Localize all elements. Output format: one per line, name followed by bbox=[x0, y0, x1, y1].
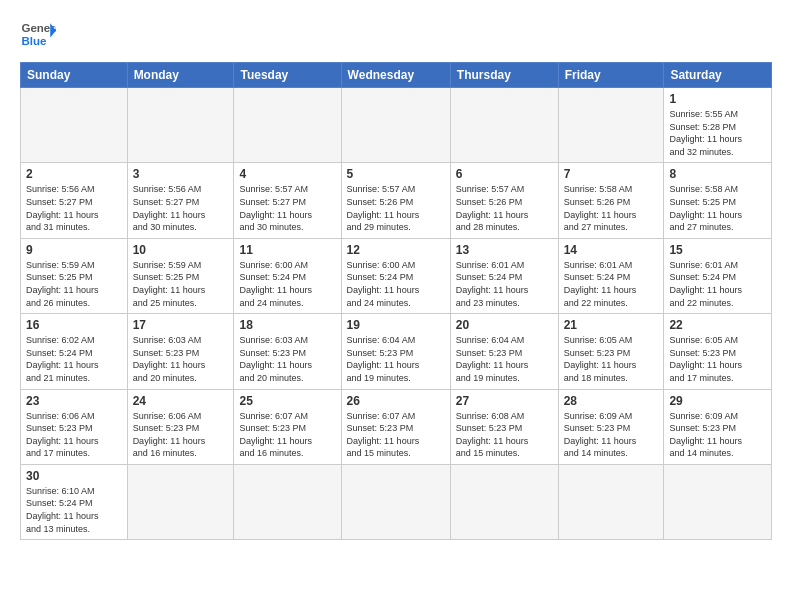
calendar-cell: 2Sunrise: 5:56 AM Sunset: 5:27 PM Daylig… bbox=[21, 163, 128, 238]
day-info: Sunrise: 6:05 AM Sunset: 5:23 PM Dayligh… bbox=[669, 334, 766, 384]
day-number: 6 bbox=[456, 167, 553, 181]
calendar-cell bbox=[558, 88, 664, 163]
calendar-cell: 8Sunrise: 5:58 AM Sunset: 5:25 PM Daylig… bbox=[664, 163, 772, 238]
calendar-cell: 14Sunrise: 6:01 AM Sunset: 5:24 PM Dayli… bbox=[558, 238, 664, 313]
calendar-cell: 17Sunrise: 6:03 AM Sunset: 5:23 PM Dayli… bbox=[127, 314, 234, 389]
day-info: Sunrise: 6:08 AM Sunset: 5:23 PM Dayligh… bbox=[456, 410, 553, 460]
calendar-cell: 16Sunrise: 6:02 AM Sunset: 5:24 PM Dayli… bbox=[21, 314, 128, 389]
calendar-cell: 4Sunrise: 5:57 AM Sunset: 5:27 PM Daylig… bbox=[234, 163, 341, 238]
weekday-header-monday: Monday bbox=[127, 63, 234, 88]
day-number: 10 bbox=[133, 243, 229, 257]
calendar-cell bbox=[341, 88, 450, 163]
calendar-cell: 21Sunrise: 6:05 AM Sunset: 5:23 PM Dayli… bbox=[558, 314, 664, 389]
day-info: Sunrise: 5:56 AM Sunset: 5:27 PM Dayligh… bbox=[133, 183, 229, 233]
calendar-cell: 3Sunrise: 5:56 AM Sunset: 5:27 PM Daylig… bbox=[127, 163, 234, 238]
calendar-cell bbox=[127, 88, 234, 163]
day-info: Sunrise: 6:04 AM Sunset: 5:23 PM Dayligh… bbox=[347, 334, 445, 384]
day-info: Sunrise: 6:06 AM Sunset: 5:23 PM Dayligh… bbox=[26, 410, 122, 460]
calendar-cell bbox=[664, 464, 772, 539]
calendar-cell bbox=[234, 88, 341, 163]
weekday-header-friday: Friday bbox=[558, 63, 664, 88]
calendar-cell bbox=[450, 464, 558, 539]
day-number: 16 bbox=[26, 318, 122, 332]
day-number: 2 bbox=[26, 167, 122, 181]
calendar-cell: 19Sunrise: 6:04 AM Sunset: 5:23 PM Dayli… bbox=[341, 314, 450, 389]
calendar-cell: 23Sunrise: 6:06 AM Sunset: 5:23 PM Dayli… bbox=[21, 389, 128, 464]
calendar-cell: 9Sunrise: 5:59 AM Sunset: 5:25 PM Daylig… bbox=[21, 238, 128, 313]
day-number: 8 bbox=[669, 167, 766, 181]
calendar-cell bbox=[127, 464, 234, 539]
calendar-cell bbox=[450, 88, 558, 163]
day-number: 17 bbox=[133, 318, 229, 332]
day-number: 11 bbox=[239, 243, 335, 257]
calendar-cell: 27Sunrise: 6:08 AM Sunset: 5:23 PM Dayli… bbox=[450, 389, 558, 464]
day-info: Sunrise: 6:01 AM Sunset: 5:24 PM Dayligh… bbox=[564, 259, 659, 309]
day-info: Sunrise: 6:06 AM Sunset: 5:23 PM Dayligh… bbox=[133, 410, 229, 460]
day-number: 26 bbox=[347, 394, 445, 408]
day-number: 7 bbox=[564, 167, 659, 181]
calendar-cell bbox=[558, 464, 664, 539]
logo-icon: General Blue bbox=[20, 16, 56, 52]
day-info: Sunrise: 6:07 AM Sunset: 5:23 PM Dayligh… bbox=[347, 410, 445, 460]
calendar-cell: 5Sunrise: 5:57 AM Sunset: 5:26 PM Daylig… bbox=[341, 163, 450, 238]
day-number: 15 bbox=[669, 243, 766, 257]
calendar-cell: 18Sunrise: 6:03 AM Sunset: 5:23 PM Dayli… bbox=[234, 314, 341, 389]
calendar-cell: 24Sunrise: 6:06 AM Sunset: 5:23 PM Dayli… bbox=[127, 389, 234, 464]
day-info: Sunrise: 6:01 AM Sunset: 5:24 PM Dayligh… bbox=[669, 259, 766, 309]
weekday-header-thursday: Thursday bbox=[450, 63, 558, 88]
day-info: Sunrise: 6:10 AM Sunset: 5:24 PM Dayligh… bbox=[26, 485, 122, 535]
header: General Blue bbox=[20, 16, 772, 52]
day-info: Sunrise: 5:59 AM Sunset: 5:25 PM Dayligh… bbox=[133, 259, 229, 309]
day-number: 18 bbox=[239, 318, 335, 332]
calendar-cell: 12Sunrise: 6:00 AM Sunset: 5:24 PM Dayli… bbox=[341, 238, 450, 313]
calendar-cell: 15Sunrise: 6:01 AM Sunset: 5:24 PM Dayli… bbox=[664, 238, 772, 313]
day-info: Sunrise: 6:09 AM Sunset: 5:23 PM Dayligh… bbox=[564, 410, 659, 460]
calendar-cell: 13Sunrise: 6:01 AM Sunset: 5:24 PM Dayli… bbox=[450, 238, 558, 313]
calendar-cell: 6Sunrise: 5:57 AM Sunset: 5:26 PM Daylig… bbox=[450, 163, 558, 238]
day-number: 1 bbox=[669, 92, 766, 106]
calendar-cell: 1Sunrise: 5:55 AM Sunset: 5:28 PM Daylig… bbox=[664, 88, 772, 163]
weekday-header-wednesday: Wednesday bbox=[341, 63, 450, 88]
day-info: Sunrise: 5:58 AM Sunset: 5:25 PM Dayligh… bbox=[669, 183, 766, 233]
day-info: Sunrise: 5:57 AM Sunset: 5:26 PM Dayligh… bbox=[347, 183, 445, 233]
day-number: 27 bbox=[456, 394, 553, 408]
day-info: Sunrise: 6:02 AM Sunset: 5:24 PM Dayligh… bbox=[26, 334, 122, 384]
day-number: 9 bbox=[26, 243, 122, 257]
weekday-header-saturday: Saturday bbox=[664, 63, 772, 88]
calendar-cell bbox=[21, 88, 128, 163]
day-info: Sunrise: 6:01 AM Sunset: 5:24 PM Dayligh… bbox=[456, 259, 553, 309]
weekday-header-sunday: Sunday bbox=[21, 63, 128, 88]
calendar-cell: 28Sunrise: 6:09 AM Sunset: 5:23 PM Dayli… bbox=[558, 389, 664, 464]
day-number: 21 bbox=[564, 318, 659, 332]
day-number: 22 bbox=[669, 318, 766, 332]
calendar-cell bbox=[341, 464, 450, 539]
calendar-cell: 25Sunrise: 6:07 AM Sunset: 5:23 PM Dayli… bbox=[234, 389, 341, 464]
page: General Blue SundayMondayTuesdayWednesda… bbox=[0, 0, 792, 550]
day-info: Sunrise: 6:09 AM Sunset: 5:23 PM Dayligh… bbox=[669, 410, 766, 460]
weekday-header-tuesday: Tuesday bbox=[234, 63, 341, 88]
day-number: 12 bbox=[347, 243, 445, 257]
day-info: Sunrise: 6:05 AM Sunset: 5:23 PM Dayligh… bbox=[564, 334, 659, 384]
day-number: 4 bbox=[239, 167, 335, 181]
day-number: 5 bbox=[347, 167, 445, 181]
day-number: 19 bbox=[347, 318, 445, 332]
day-info: Sunrise: 6:00 AM Sunset: 5:24 PM Dayligh… bbox=[347, 259, 445, 309]
calendar-cell: 26Sunrise: 6:07 AM Sunset: 5:23 PM Dayli… bbox=[341, 389, 450, 464]
svg-text:Blue: Blue bbox=[21, 35, 47, 47]
day-info: Sunrise: 6:03 AM Sunset: 5:23 PM Dayligh… bbox=[133, 334, 229, 384]
day-number: 25 bbox=[239, 394, 335, 408]
day-number: 3 bbox=[133, 167, 229, 181]
calendar-cell bbox=[234, 464, 341, 539]
calendar-cell: 20Sunrise: 6:04 AM Sunset: 5:23 PM Dayli… bbox=[450, 314, 558, 389]
day-info: Sunrise: 5:57 AM Sunset: 5:27 PM Dayligh… bbox=[239, 183, 335, 233]
day-number: 20 bbox=[456, 318, 553, 332]
day-info: Sunrise: 6:03 AM Sunset: 5:23 PM Dayligh… bbox=[239, 334, 335, 384]
day-info: Sunrise: 5:57 AM Sunset: 5:26 PM Dayligh… bbox=[456, 183, 553, 233]
day-number: 28 bbox=[564, 394, 659, 408]
day-info: Sunrise: 6:07 AM Sunset: 5:23 PM Dayligh… bbox=[239, 410, 335, 460]
calendar-cell: 22Sunrise: 6:05 AM Sunset: 5:23 PM Dayli… bbox=[664, 314, 772, 389]
calendar-cell: 30Sunrise: 6:10 AM Sunset: 5:24 PM Dayli… bbox=[21, 464, 128, 539]
day-number: 29 bbox=[669, 394, 766, 408]
day-info: Sunrise: 6:04 AM Sunset: 5:23 PM Dayligh… bbox=[456, 334, 553, 384]
day-info: Sunrise: 5:59 AM Sunset: 5:25 PM Dayligh… bbox=[26, 259, 122, 309]
